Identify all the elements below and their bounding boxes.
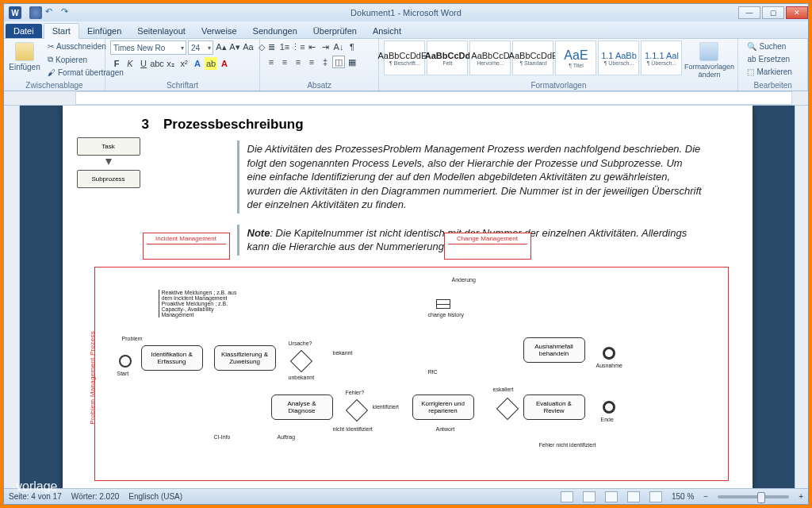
label-fehler: Fehler? [346, 390, 365, 395]
group-label: Schriftart [110, 81, 255, 90]
group-label: Formatvorlagen [384, 81, 733, 90]
underline-button[interactable]: U [137, 57, 150, 70]
work-area: 3Prozessbeschreibung Task Subprozess Die… [4, 106, 808, 488]
view-fullscreen[interactable] [583, 491, 596, 502]
status-language[interactable]: Englisch (USA) [128, 492, 182, 501]
pool-change: Change Management [444, 233, 531, 260]
tab-file[interactable]: Datei [6, 24, 42, 38]
label-bekannt: bekannt [333, 350, 353, 356]
titlebar: W ↶ ↷ Dokument1 - Microsoft Word ― ▢ ✕ [4, 4, 808, 21]
sort-icon[interactable]: A↓ [332, 40, 345, 53]
legend: Task Subprozess [77, 137, 140, 199]
undo-icon[interactable]: ↶ [45, 6, 58, 19]
style-item[interactable]: AaBbCcDHervorhe... [469, 40, 511, 75]
pilcrow-icon[interactable]: ¶ [346, 40, 358, 53]
font-family-combo[interactable]: Times New Ro [110, 40, 186, 55]
styles-gallery[interactable]: AaBbCcDdEe¶ Beschrift... AaBbCcDdFett Aa… [384, 40, 682, 75]
tab-mailings[interactable]: Sendungen [245, 24, 305, 38]
tab-references[interactable]: Verweise [193, 24, 245, 38]
grow-font-icon[interactable]: A▴ [215, 40, 228, 53]
style-item[interactable]: AaBbCcDdE¶ Standard [512, 40, 553, 75]
horizontal-ruler[interactable] [4, 91, 808, 106]
zoom-slider[interactable] [718, 495, 789, 498]
zoom-value[interactable]: 150 % [672, 492, 694, 501]
replace-icon: ab [747, 55, 756, 64]
tab-layout[interactable]: Seitenlayout [129, 24, 193, 38]
lane-label: Problem Management Prozess [89, 331, 96, 425]
paste-button[interactable]: Einfügen [9, 40, 40, 73]
line-spacing-icon[interactable]: ‡ [319, 56, 331, 68]
style-item[interactable]: AaE¶ Titel [555, 40, 596, 75]
shrink-font-icon[interactable]: A▾ [228, 40, 241, 53]
tab-review[interactable]: Überprüfen [305, 24, 365, 38]
status-words[interactable]: Wörter: 2.020 [71, 492, 120, 501]
change-case-icon[interactable]: Aa [242, 40, 255, 53]
group-label: Zwischenablage [9, 81, 100, 90]
view-print-layout[interactable] [561, 491, 573, 502]
tab-view[interactable]: Ansicht [365, 24, 409, 38]
indent-dec-icon[interactable]: ⇤ [305, 40, 318, 53]
group-label: Absatz [265, 81, 373, 90]
label-problem: Problem [122, 336, 143, 341]
activity-1: Identifikation & Erfassung [141, 345, 203, 371]
label-unbekannt: unbekannt [289, 375, 315, 380]
find-button[interactable]: 🔍Suchen [743, 40, 795, 52]
tab-insert[interactable]: Einfügen [79, 24, 129, 38]
indent-inc-icon[interactable]: ⇥ [319, 40, 331, 53]
label-ausnahme: Ausnahme [596, 363, 622, 368]
style-item[interactable]: AaBbCcDdEe¶ Beschrift... [384, 40, 425, 75]
document-pane[interactable]: 3Prozessbeschreibung Task Subprozess Die… [20, 106, 795, 488]
minimize-button[interactable]: ― [738, 6, 760, 19]
label-auftrag: Auftrag [278, 434, 296, 440]
status-page[interactable]: Seite: 4 von 17 [9, 492, 62, 501]
zoom-out-icon[interactable]: − [703, 492, 708, 501]
align-left-icon[interactable]: ≡ [265, 56, 278, 68]
close-button[interactable]: ✕ [786, 6, 808, 19]
strike-button[interactable]: abc [151, 57, 163, 70]
vertical-scrollbar[interactable] [795, 106, 808, 488]
borders-icon[interactable]: ▦ [346, 56, 358, 68]
numbering-icon[interactable]: 1≡ [278, 40, 291, 53]
view-outline[interactable] [627, 491, 640, 502]
replace-button[interactable]: abErsetzen [743, 53, 795, 65]
justify-icon[interactable]: ≡ [305, 56, 318, 68]
activity-2: Klassifizierung & Zuweisung [214, 345, 276, 371]
font-color-button[interactable]: A [218, 57, 231, 70]
tab-start[interactable]: Start [44, 23, 79, 39]
bullets-icon[interactable]: ≣ [265, 40, 278, 53]
maximize-button[interactable]: ▢ [762, 6, 784, 19]
align-center-icon[interactable]: ≡ [278, 56, 291, 68]
window-title: Dokument1 - Microsoft Word [4, 8, 808, 17]
view-draft[interactable] [649, 491, 662, 502]
group-paragraph: ≣1≡⋮≡ ⇤⇥ A↓¶ ≡≡≡≡ ‡ ◫ ▦ Absatz [260, 39, 379, 90]
save-icon[interactable] [29, 6, 42, 19]
activity-4: Korrigieren und reparieren [412, 394, 474, 420]
select-button[interactable]: ⬚Markieren [743, 66, 795, 78]
align-right-icon[interactable]: ≡ [292, 56, 304, 68]
zoom-in-icon[interactable]: + [799, 492, 803, 501]
gateway-ursache [289, 350, 312, 372]
statusbar: Seite: 4 von 17 Wörter: 2.020 Englisch (… [4, 488, 808, 504]
redo-icon[interactable]: ↷ [61, 6, 74, 19]
message-icon [436, 299, 450, 309]
view-web[interactable] [605, 491, 618, 502]
scissors-icon: ✂ [48, 42, 54, 51]
style-item[interactable]: 1.1.1 Aal¶ Übersch... [641, 40, 682, 75]
styles-icon [699, 42, 718, 61]
shading-icon[interactable]: ◫ [332, 56, 345, 68]
label-eskaliert: eskaliert [493, 387, 514, 392]
subscript-button[interactable]: x₂ [164, 57, 177, 70]
font-size-combo[interactable]: 24 [188, 40, 213, 55]
start-event [119, 355, 132, 368]
italic-button[interactable]: K [124, 57, 136, 70]
change-styles-button[interactable]: Formatvorlagen ändern [685, 40, 733, 80]
style-item[interactable]: AaBbCcDdFett [427, 40, 468, 75]
style-item[interactable]: 1.1 AaBb¶ Übersch... [598, 40, 639, 75]
multilevel-icon[interactable]: ⋮≡ [292, 40, 304, 53]
bold-button[interactable]: F [110, 57, 123, 70]
highlight-button[interactable]: ab [205, 57, 217, 70]
superscript-button[interactable]: x² [178, 57, 190, 70]
text-effects-icon[interactable]: A [191, 57, 204, 70]
vertical-ruler[interactable] [4, 106, 20, 488]
arrow-down-icon [105, 159, 112, 165]
